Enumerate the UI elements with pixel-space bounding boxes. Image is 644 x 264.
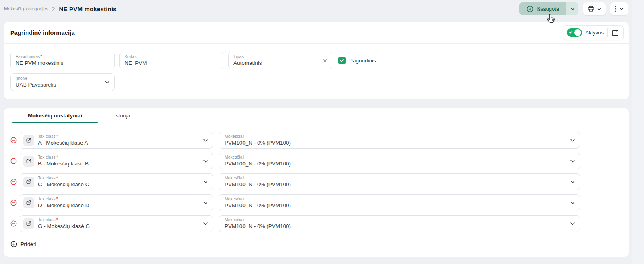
kebab-menu-icon [615, 6, 617, 12]
more-options-button[interactable] [610, 2, 628, 15]
company-select[interactable]: Įmonė UAB Pavasarėlis [10, 73, 115, 91]
page-title: NE PVM mokestinis [59, 6, 116, 12]
minus-circle-icon [10, 179, 17, 185]
minus-circle-icon [10, 137, 17, 143]
external-link-icon [26, 200, 32, 206]
taxes-select[interactable]: Mokesčiai PVM100_N - 0% (PVM100) [219, 194, 580, 211]
chevron-down-icon [203, 222, 208, 225]
name-field-value: NE PVM mokestinis [16, 60, 63, 67]
save-button-label: Išsaugota [537, 6, 559, 12]
tax-class-label: Tax class [38, 176, 56, 180]
tax-class-label: Tax class [38, 197, 56, 201]
check-circle-icon [527, 6, 533, 12]
chevron-down-icon [570, 222, 575, 225]
open-tax-class-button[interactable] [23, 218, 34, 229]
minus-circle-icon [10, 200, 17, 206]
external-link-icon [26, 158, 32, 164]
main-info-card: Pagrindinė informacija Aktyvus Pavadinim… [4, 22, 629, 99]
taxes-value: PVM100_N - 0% (PVM100) [225, 223, 291, 230]
breadcrumb: Mokesčių kategorijos NE PVM mokestinis [4, 6, 117, 12]
taxes-label: Mokesčiai [225, 218, 244, 222]
primary-checkbox[interactable] [338, 57, 346, 64]
name-field-label: Pavadinimas [16, 54, 40, 59]
top-bar: Mokesčių kategorijos NE PVM mokestinis I… [0, 0, 644, 18]
remove-row-button[interactable] [10, 137, 17, 143]
toggle-check-icon [569, 30, 573, 34]
primary-checkbox-control[interactable]: Pagrindinis [338, 57, 376, 64]
tax-settings-card: Mokesčių nustatymai Istorija Tax class* … [4, 108, 629, 257]
tax-row: Tax class* D - Mokesčių klasė D Mokesčia… [10, 194, 622, 211]
breadcrumb-chevron-icon [52, 7, 55, 11]
type-select-value: Automatinis [233, 60, 262, 67]
required-asterisk: * [56, 176, 58, 180]
tab-history[interactable]: Istorija [98, 108, 146, 123]
save-split-button: Išsaugota [519, 2, 578, 15]
chevron-down-icon [570, 139, 575, 142]
code-field-value: NE_PVM [125, 60, 147, 67]
chevron-down-icon [105, 81, 109, 84]
add-row-label: Pridėti [20, 241, 36, 247]
required-asterisk: * [41, 54, 42, 59]
tax-class-select[interactable]: Tax class* G - Mokesčių klasė G [20, 215, 213, 232]
chevron-down-icon [323, 59, 327, 62]
taxes-select[interactable]: Mokesčiai PVM100_N - 0% (PVM100) [219, 132, 580, 149]
chevron-down-icon [570, 202, 575, 204]
taxes-value: PVM100_N - 0% (PVM100) [225, 160, 291, 167]
fields-row-2: Įmonė UAB Pavasarėlis [10, 73, 622, 91]
save-options-button[interactable] [566, 2, 578, 15]
primary-checkbox-label: Pagrindinis [349, 58, 376, 64]
chevron-down-icon [597, 8, 601, 10]
save-button[interactable]: Išsaugota [519, 2, 566, 15]
calendar-icon [612, 29, 619, 36]
tax-class-select[interactable]: Tax class* A - Mokesčių klasė A [20, 132, 213, 149]
tax-class-label: Tax class [38, 218, 56, 222]
open-tax-class-button[interactable] [23, 156, 34, 167]
open-tax-class-button[interactable] [23, 177, 34, 187]
open-tax-class-button[interactable] [23, 197, 34, 208]
required-asterisk: * [56, 218, 58, 222]
tax-class-value: D - Mokesčių klasė D [38, 202, 89, 209]
remove-row-button[interactable] [10, 220, 17, 227]
tax-row: Tax class* A - Mokesčių klasė A Mokesčia… [10, 132, 622, 149]
tax-class-select[interactable]: Tax class* B - Mokesčių klasė B [20, 153, 213, 169]
taxes-value: PVM100_N - 0% (PVM100) [225, 202, 291, 209]
tax-class-select[interactable]: Tax class* D - Mokesčių klasė D [20, 194, 213, 211]
add-row-button[interactable]: Pridėti [10, 241, 36, 248]
taxes-label: Mokesčiai [225, 134, 244, 139]
type-select[interactable]: Tipas Automatinis [228, 52, 332, 69]
main-info-header: Pagrindinė informacija Aktyvus [4, 22, 629, 44]
code-field[interactable]: Kodas NE_PVM [119, 52, 223, 69]
tax-class-select[interactable]: Tax class* C - Mokesčių klasė C [20, 173, 213, 190]
external-link-icon [26, 179, 32, 185]
name-field[interactable]: Pavadinimas* NE PVM mokestinis [10, 52, 115, 69]
chevron-down-icon [203, 202, 208, 204]
remove-row-button[interactable] [10, 179, 17, 185]
tax-class-value: B - Mokesčių klasė B [38, 160, 89, 167]
tax-class-label: Tax class [38, 155, 56, 159]
main-info-body: Pavadinimas* NE PVM mokestinis Kodas NE_… [4, 44, 629, 99]
active-toggle[interactable] [567, 28, 582, 37]
printer-icon [588, 6, 594, 12]
section-title: Pagrindinė informacija [10, 30, 75, 36]
remove-row-button[interactable] [10, 200, 17, 206]
company-select-value: UAB Pavasarėlis [16, 81, 56, 88]
tax-row: Tax class* C - Mokesčių klasė C Mokesčia… [10, 173, 622, 190]
header-actions: Išsaugota [519, 2, 628, 15]
external-link-icon [26, 221, 32, 226]
toggle-knob [574, 29, 581, 36]
taxes-select[interactable]: Mokesčiai PVM100_N - 0% (PVM100) [219, 215, 580, 232]
remove-row-button[interactable] [10, 158, 17, 164]
taxes-label: Mokesčiai [225, 197, 244, 201]
taxes-select[interactable]: Mokesčiai PVM100_N - 0% (PVM100) [219, 173, 580, 190]
taxes-value: PVM100_N - 0% (PVM100) [225, 181, 291, 188]
tab-tax-settings[interactable]: Mokesčių nustatymai [12, 108, 98, 123]
breadcrumb-link-categories[interactable]: Mokesčių kategorijos [4, 6, 48, 11]
chevron-down-icon [570, 160, 575, 163]
print-menu-button[interactable] [583, 2, 606, 15]
right-scroll-gutter [632, 0, 644, 264]
taxes-select[interactable]: Mokesčiai PVM100_N - 0% (PVM100) [219, 153, 580, 169]
open-tax-class-button[interactable] [23, 135, 34, 146]
schedule-button[interactable] [611, 28, 620, 37]
minus-circle-icon [10, 158, 17, 164]
active-toggle-label: Aktyvus [585, 30, 604, 36]
